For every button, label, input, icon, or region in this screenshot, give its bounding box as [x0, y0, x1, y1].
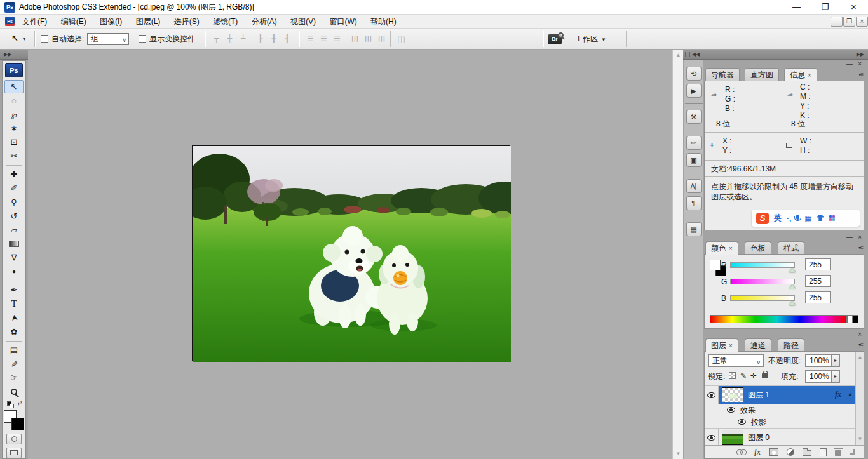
auto-align-icon[interactable]: ◫: [395, 34, 407, 44]
canvas-area[interactable]: [28, 50, 672, 459]
layer-1-thumbnail[interactable]: [722, 387, 743, 402]
red-value-field[interactable]: 255: [805, 258, 831, 270]
green-slider-track[interactable]: [730, 279, 795, 284]
tab-navigator[interactable]: 导航器: [705, 68, 740, 81]
ime-punctuation-icon[interactable]: ·,: [787, 214, 791, 223]
fx-collapse-icon[interactable]: ▴: [848, 390, 851, 397]
layers-scrollbar[interactable]: ▲ ▼: [855, 352, 864, 458]
tab-styles[interactable]: 样式: [778, 241, 804, 255]
path-select-tool[interactable]: ➤: [4, 311, 24, 324]
crop-tool[interactable]: ⊡: [4, 136, 24, 149]
panel-menu-icon[interactable]: ▾≡: [858, 72, 863, 77]
lock-transparency-icon[interactable]: [729, 372, 736, 379]
close-button[interactable]: ×: [839, 0, 868, 15]
tab-channels[interactable]: 通道: [745, 338, 771, 352]
tab-info[interactable]: 信息×: [784, 68, 817, 81]
gradient-tool[interactable]: [4, 237, 24, 251]
blue-slider-track[interactable]: [730, 295, 795, 301]
panel-close-icon[interactable]: ×: [858, 60, 862, 67]
panel-close-icon[interactable]: ×: [858, 331, 862, 338]
lasso-tool[interactable]: ℘: [4, 108, 24, 121]
red-slider-track[interactable]: [730, 262, 795, 268]
green-value-field[interactable]: 255: [805, 275, 831, 287]
tab-histogram[interactable]: 直方图: [745, 68, 779, 81]
tool-presets-panel-button[interactable]: ⚒: [686, 110, 702, 124]
panel-close-icon[interactable]: ×: [858, 234, 862, 241]
clone-stamp-tool[interactable]: ⚲: [4, 196, 24, 209]
drop-shadow-row[interactable]: 投影: [705, 416, 855, 428]
paragraph-panel-button[interactable]: ¶: [686, 196, 702, 210]
spectrum-black-swatch[interactable]: [853, 315, 858, 323]
dodge-tool[interactable]: ●: [4, 265, 24, 278]
ime-toolbar[interactable]: S 英 ·, ▦: [752, 210, 860, 227]
panel-minimize-icon[interactable]: —: [846, 331, 853, 338]
layer-0[interactable]: 图层 0: [719, 429, 855, 446]
auto-select-dropdown[interactable]: 组 ∨: [87, 33, 129, 45]
lock-all-icon[interactable]: [762, 373, 768, 378]
menu-window[interactable]: 窗口(W): [323, 15, 362, 29]
scroll-down-icon[interactable]: ▼: [856, 434, 864, 444]
layer-row-1[interactable]: 图层 1 fx ▴: [705, 386, 855, 404]
background-color-swatch[interactable]: [11, 418, 24, 430]
blue-slider-thumb[interactable]: [789, 301, 796, 305]
menu-select[interactable]: 选择(S): [168, 15, 205, 29]
layer-style-icon[interactable]: fx: [754, 448, 761, 457]
sogou-logo-icon[interactable]: S: [756, 213, 769, 224]
menu-image[interactable]: 图像(I): [94, 15, 128, 29]
clone-source-panel-button[interactable]: ▣: [686, 153, 702, 167]
distribute-hcenter-icon[interactable]: ☰: [362, 33, 373, 45]
history-brush-tool[interactable]: ↺: [4, 210, 24, 223]
menu-file[interactable]: 文件(F): [17, 15, 53, 29]
doc-minimize-button[interactable]: —: [831, 17, 843, 27]
distribute-top-icon[interactable]: ☰: [304, 34, 316, 44]
ime-toolbox-icon[interactable]: [829, 215, 835, 221]
document-canvas[interactable]: [192, 145, 510, 361]
tab-close-icon[interactable]: ×: [808, 72, 811, 79]
scroll-down-icon[interactable]: ▼: [673, 448, 684, 459]
tool-preset-chevron-icon[interactable]: ▾: [23, 36, 25, 42]
color-spectrum-ramp[interactable]: [710, 315, 847, 323]
character-panel-button[interactable]: A|: [686, 179, 702, 193]
panel-minimize-icon[interactable]: —: [846, 234, 853, 241]
fill-spinner[interactable]: ▸: [832, 370, 840, 383]
auto-select-checkbox[interactable]: [41, 35, 48, 43]
doc-close-button[interactable]: ×: [856, 17, 868, 27]
align-hcenter-icon[interactable]: ╂: [268, 34, 280, 44]
align-vcenter-icon[interactable]: ┿: [224, 34, 236, 44]
scroll-up-icon[interactable]: ▲: [856, 352, 864, 363]
vertical-scrollbar[interactable]: ▲ ▼: [672, 50, 683, 459]
menu-layer[interactable]: 图层(L): [130, 15, 166, 29]
visibility-toggle[interactable]: [705, 386, 719, 404]
brushes-panel-button[interactable]: ✏: [686, 136, 702, 150]
blue-value-field[interactable]: 255: [805, 291, 831, 303]
history-panel-button[interactable]: ⟲: [686, 67, 702, 81]
doc-restore-button[interactable]: ❐: [843, 17, 855, 27]
notes-tool[interactable]: ▤: [4, 343, 24, 357]
delete-layer-icon[interactable]: [835, 450, 841, 456]
pen-tool[interactable]: ✒: [4, 283, 24, 296]
tab-paths[interactable]: 路径: [778, 338, 804, 352]
align-top-icon[interactable]: ┯: [210, 34, 222, 44]
effects-row[interactable]: 效果: [705, 404, 855, 416]
layer-0-thumbnail[interactable]: [722, 430, 743, 445]
magic-wand-tool[interactable]: ✶: [4, 122, 24, 135]
actions-panel-button[interactable]: ▶: [686, 84, 702, 98]
opacity-field[interactable]: 100%: [805, 354, 832, 367]
layer-fx-icon[interactable]: fx: [835, 390, 841, 399]
restore-button[interactable]: ❐: [811, 0, 839, 15]
panel-menu-icon[interactable]: ▾≡: [858, 342, 863, 348]
distribute-bottom-icon[interactable]: ☰: [331, 34, 343, 44]
foreground-swatch[interactable]: [710, 260, 721, 270]
distribute-right-icon[interactable]: ☰: [376, 33, 386, 45]
resize-grip[interactable]: [850, 449, 855, 455]
panel-menu-icon[interactable]: ▾≡: [858, 245, 863, 251]
quick-mask-button[interactable]: [6, 434, 22, 444]
tooldock-header[interactable]: ▶▶: [0, 50, 28, 60]
layer-row-0[interactable]: 图层 0: [705, 429, 855, 446]
healing-brush-tool[interactable]: ✚: [4, 168, 24, 181]
spectrum-white-swatch[interactable]: [847, 315, 853, 323]
green-slider-thumb[interactable]: [789, 284, 796, 289]
effects-eye-icon[interactable]: [727, 407, 735, 413]
layer-comps-panel-button[interactable]: ▤: [686, 222, 702, 236]
align-right-icon[interactable]: ┨: [281, 34, 293, 44]
